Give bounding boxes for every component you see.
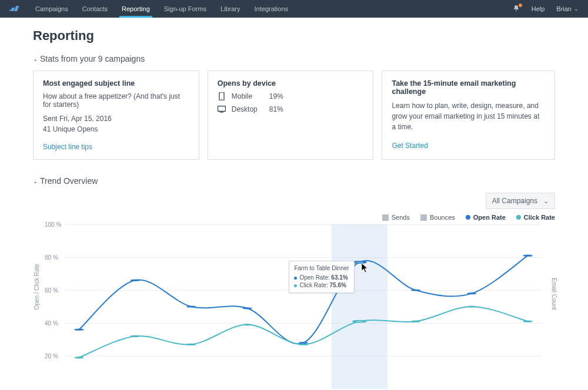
y-tick-label: 40 %: [45, 320, 58, 327]
trend-heading: Trend Overview: [40, 176, 98, 186]
card-opens-by-device: Opens by device Mobile 19% Desktop 81%: [208, 70, 374, 160]
nav-item-library[interactable]: Library: [220, 1, 240, 17]
card-challenge: Take the 15-minute email marketing chall…: [382, 70, 555, 160]
svg-point-15: [523, 255, 532, 256]
get-started-link[interactable]: Get Started: [392, 142, 427, 150]
chart-tooltip: Farm to Table Dinner Open Rate: 63.1% Cl…: [289, 261, 354, 293]
mobile-label: Mobile: [232, 92, 263, 100]
svg-rect-1: [11, 8, 15, 11]
desktop-label: Desktop: [232, 105, 263, 113]
desktop-icon: [218, 106, 226, 113]
svg-rect-0: [9, 9, 11, 11]
legend-open-rate[interactable]: Open Rate: [466, 214, 506, 221]
y-tick-label: 80 %: [45, 254, 58, 261]
device-row-mobile: Mobile 19%: [218, 92, 364, 100]
sent-line: Sent Fri, Apr 15, 2016: [43, 115, 189, 123]
user-menu[interactable]: Brian ⌄: [556, 5, 579, 12]
chevron-down-icon: ⌄: [33, 56, 38, 62]
svg-point-9: [187, 306, 196, 307]
y-tick-label: 60 %: [45, 287, 58, 294]
swatch-icon: [466, 215, 470, 220]
nav-item-integrations[interactable]: Integrations: [255, 1, 288, 17]
campaigns-filter-select[interactable]: All Campaigns ⌄: [486, 193, 555, 209]
stats-cards: Most engaged subject line How about a fr…: [33, 70, 555, 160]
svg-point-23: [467, 306, 476, 307]
mobile-value: 19%: [269, 92, 283, 100]
filter-value: All Campaigns: [492, 197, 537, 205]
svg-rect-6: [220, 112, 223, 113]
svg-point-12: [353, 261, 366, 263]
card-most-engaged: Most engaged subject line How about a fr…: [33, 70, 199, 160]
chevron-down-icon: ⌄: [543, 197, 549, 205]
chevron-down-icon: ⌄: [574, 6, 579, 12]
svg-point-13: [412, 290, 420, 291]
top-navbar: CampaignsContactsReportingSign-up FormsL…: [0, 0, 588, 18]
card-title: Opens by device: [218, 79, 364, 88]
legend-click-rate[interactable]: Click Rate: [516, 214, 555, 221]
stats-heading: Stats from your 9 campaigns: [40, 54, 145, 63]
svg-rect-5: [218, 106, 225, 112]
mobile-icon: [218, 92, 226, 100]
tooltip-title: Farm to Table Dinner: [294, 264, 349, 273]
app-logo[interactable]: [9, 4, 25, 14]
svg-point-20: [299, 344, 308, 345]
svg-point-16: [75, 357, 83, 358]
desktop-value: 81%: [269, 105, 283, 113]
nav-item-campaigns[interactable]: Campaigns: [35, 1, 68, 17]
card-title: Most engaged subject line: [43, 79, 189, 88]
svg-point-24: [523, 321, 532, 322]
nav-item-sign-up-forms[interactable]: Sign-up Forms: [164, 1, 206, 17]
swatch-icon: [382, 214, 389, 221]
trend-section-header[interactable]: ⌄ Trend Overview: [33, 176, 555, 186]
legend-sends[interactable]: Sends: [382, 214, 410, 221]
svg-point-10: [243, 308, 252, 309]
chevron-down-icon: ⌄: [33, 178, 38, 184]
svg-point-14: [467, 293, 476, 294]
user-name: Brian: [556, 5, 572, 12]
svg-point-7: [75, 329, 83, 330]
y-tick-label: 20 %: [45, 353, 58, 359]
chart-lines: [65, 224, 542, 389]
subject-tips-link[interactable]: Subject line tips: [43, 143, 92, 151]
subject-line: How about a free appetizer? (And that's …: [43, 92, 189, 109]
y-axis-label-left: Open / Click Rate: [34, 264, 40, 310]
challenge-body: Learn how to plan, write, design, measur…: [392, 100, 545, 132]
device-row-desktop: Desktop 81%: [218, 105, 364, 113]
swatch-icon: [516, 215, 521, 220]
svg-point-19: [243, 324, 252, 325]
card-title: Take the 15-minute email marketing chall…: [392, 79, 545, 96]
dot-icon: [294, 277, 297, 280]
svg-point-21: [353, 321, 366, 322]
legend-bounces[interactable]: Bounces: [420, 214, 455, 221]
svg-rect-2: [14, 6, 19, 11]
y-tick-label: 100 %: [45, 221, 61, 228]
notification-dot: [519, 4, 522, 7]
trend-chart[interactable]: Open / Click Rate Email Count 20 %40 %60…: [44, 224, 550, 389]
opens-line: 41 Unique Opens: [43, 125, 189, 133]
svg-point-8: [131, 280, 139, 281]
chart-legend: Sends Bounces Open Rate Click Rate: [33, 214, 555, 221]
swatch-icon: [420, 214, 427, 221]
notifications-icon[interactable]: [513, 5, 520, 13]
svg-point-22: [412, 321, 420, 322]
svg-point-4: [221, 99, 222, 100]
stats-section-header[interactable]: ⌄ Stats from your 9 campaigns: [33, 54, 555, 63]
nav-item-contacts[interactable]: Contacts: [82, 1, 108, 17]
page-title: Reporting: [33, 28, 555, 43]
svg-point-17: [131, 336, 139, 337]
help-link[interactable]: Help: [532, 5, 545, 12]
dot-icon: [294, 284, 297, 287]
svg-point-11: [299, 342, 308, 344]
y-axis-label-right: Email Count: [551, 278, 557, 310]
nav-item-reporting[interactable]: Reporting: [122, 1, 150, 17]
svg-point-18: [187, 344, 196, 345]
